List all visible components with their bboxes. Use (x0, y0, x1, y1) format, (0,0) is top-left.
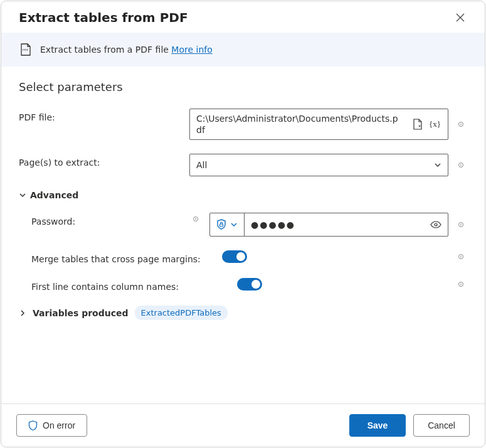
control-password: ●●●●● (209, 213, 467, 237)
info-banner: PDF Extract tables from a PDF file More … (1, 33, 485, 67)
info-password-left[interactable] (189, 213, 202, 225)
svg-text:{x}: {x} (429, 119, 441, 129)
label-first-line: First line contains column names: (31, 278, 207, 292)
close-button[interactable] (453, 11, 467, 24)
control-pages: All (189, 154, 467, 176)
row-first-line: First line contains column names: (19, 278, 467, 292)
svg-text:PDF: PDF (23, 48, 28, 51)
svg-point-12 (435, 223, 437, 226)
advanced-expander[interactable]: Advanced (19, 190, 467, 200)
advanced-label: Advanced (30, 190, 78, 200)
merge-toggle[interactable] (222, 250, 247, 263)
chevron-down-icon (434, 161, 441, 169)
svg-point-20 (461, 283, 462, 284)
dialog: Extract tables from PDF PDF Extract tabl… (1, 1, 485, 447)
svg-point-3 (461, 123, 462, 124)
row-pages: Page(s) to extract: All (19, 154, 467, 176)
pdf-file-actions: {x} (406, 109, 448, 139)
browse-file-button[interactable] (411, 117, 424, 131)
label-password: Password: (31, 213, 182, 227)
variables-expander[interactable]: Variables produced ExtractedPDFTables (19, 306, 467, 320)
variable-icon: {x} (429, 119, 441, 129)
info-merge[interactable] (455, 250, 467, 263)
info-icon (193, 213, 198, 225)
banner-text: Extract tables from a PDF file More info (40, 45, 213, 55)
footer-actions: Save Cancel (349, 414, 470, 437)
on-error-label: On error (43, 420, 75, 430)
svg-rect-15 (461, 225, 462, 226)
svg-point-6 (461, 164, 462, 164)
close-icon (456, 13, 465, 22)
row-merge: Merge tables that cross page margins: (19, 250, 467, 264)
banner-desc: Extract tables from a PDF file (40, 45, 171, 55)
row-password: Password: ●●●●● (19, 213, 467, 237)
info-icon (458, 219, 463, 230)
control-first-line (214, 278, 467, 291)
svg-rect-7 (461, 165, 462, 166)
svg-rect-11 (220, 224, 223, 227)
chevron-down-icon (230, 221, 238, 228)
svg-rect-4 (461, 124, 462, 125)
svg-point-14 (461, 223, 462, 224)
password-reveal-button[interactable] (424, 213, 448, 236)
label-pdf-file: PDF file: (19, 109, 182, 122)
svg-point-17 (461, 255, 462, 256)
info-icon (458, 279, 463, 290)
info-icon (458, 119, 463, 130)
variables-label: Variables produced (33, 308, 129, 318)
pdf-file-value: C:\Users\Administrator\Documents\Product… (190, 109, 406, 139)
password-value: ●●●●● (245, 213, 424, 236)
info-pdf-file[interactable] (455, 118, 467, 131)
pages-select[interactable]: All (189, 154, 448, 176)
dialog-header: Extract tables from PDF (1, 1, 485, 33)
dialog-content: Select parameters PDF file: C:\Users\Adm… (1, 67, 485, 403)
svg-rect-21 (461, 284, 462, 285)
svg-point-9 (196, 218, 196, 218)
save-button[interactable]: Save (349, 414, 406, 437)
chevron-right-icon (19, 309, 26, 317)
chevron-down-icon (19, 191, 26, 199)
file-icon (413, 119, 423, 130)
pages-selected: All (196, 160, 207, 170)
pdf-icon: PDF (19, 43, 33, 56)
svg-rect-10 (196, 219, 196, 220)
info-first-line[interactable] (455, 278, 467, 291)
control-merge (214, 250, 467, 263)
shield-icon (28, 420, 38, 431)
password-input[interactable]: ●●●●● (209, 213, 448, 237)
info-password[interactable] (455, 218, 467, 231)
row-pdf-file: PDF file: C:\Users\Administrator\Documen… (19, 109, 467, 140)
info-icon (458, 159, 463, 171)
first-line-toggle[interactable] (237, 278, 262, 291)
cancel-button[interactable]: Cancel (413, 414, 470, 437)
label-merge: Merge tables that cross page margins: (31, 250, 207, 264)
section-title: Select parameters (19, 80, 467, 93)
pdf-file-input[interactable]: C:\Users\Administrator\Documents\Product… (189, 109, 448, 140)
on-error-button[interactable]: On error (16, 414, 87, 437)
control-pdf-file: C:\Users\Administrator\Documents\Product… (189, 109, 467, 140)
svg-rect-18 (461, 257, 462, 258)
label-pages: Page(s) to extract: (19, 154, 182, 168)
dialog-footer: On error Save Cancel (1, 403, 485, 447)
dialog-title: Extract tables from PDF (19, 10, 188, 25)
info-icon (458, 251, 463, 262)
password-mode-button[interactable] (210, 213, 245, 236)
variable-badge[interactable]: ExtractedPDFTables (135, 306, 228, 320)
more-info-link[interactable]: More info (171, 45, 212, 55)
info-pages[interactable] (455, 159, 467, 171)
insert-variable-button[interactable]: {x} (428, 118, 443, 131)
eye-icon (430, 220, 441, 229)
shield-lock-icon (216, 219, 226, 230)
